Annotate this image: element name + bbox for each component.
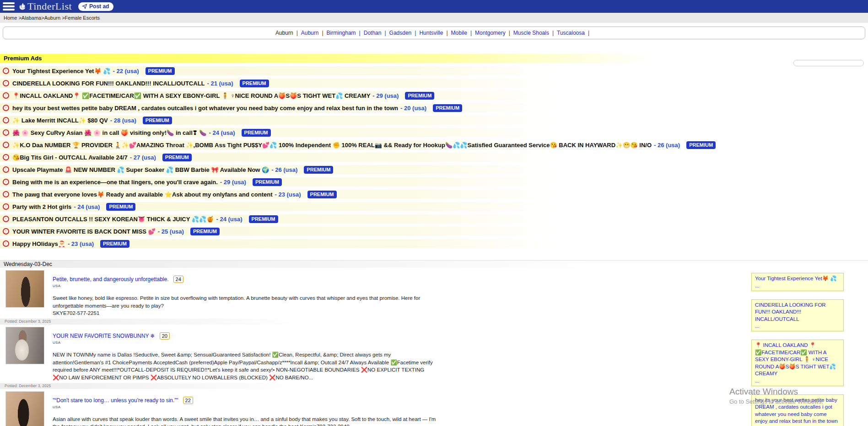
premium-ad-row[interactable]: ↑ 🌺 🌸 Sexy CuRvy Asian 🌺 🌸 in call 🍑 vis… <box>0 128 868 137</box>
premium-ad-title[interactable]: Party with 2 Hot girls <box>12 203 71 210</box>
premium-ad-title[interactable]: 🌺 🌸 Sexy CuRvy Asian 🌺 🌸 in call 🍑 visit… <box>12 129 207 136</box>
age-badge: 20 <box>160 332 170 340</box>
sidebar-ad-title[interactable]: 📍 INCALL OAKLAND 📍 ✅FACETIME/CAR✅ WITH A… <box>755 342 840 378</box>
premium-ad-row[interactable]: ↑ The pawg that everyone loves🦊 Ready an… <box>0 190 868 199</box>
premium-ad-row[interactable]: ↑ 📍INCALL OAKLAND📍 ✅FACETIME/CAR✅ WITH A… <box>0 91 868 100</box>
premium-ad-row[interactable]: ↑ Being with me is an experience—one tha… <box>0 177 868 186</box>
premium-ad-row[interactable]: ↑ Party with 2 Hot girls - 24 (usa) PREM… <box>0 202 868 211</box>
city-separator: | <box>297 30 298 36</box>
city-separator: | <box>415 30 416 36</box>
listing-content: Petite, brunette, and dangerously unforg… <box>53 270 439 317</box>
sidebar-ad-title[interactable]: CINDERELLA LOOKING FOR FUN!!! OAKLAND!!!… <box>755 302 840 323</box>
sidebar-ad-box[interactable]: CINDERELLA LOOKING FOR FUN!!! OAKLAND!!!… <box>751 299 844 332</box>
city-nav-link[interactable]: Mobile <box>451 30 467 36</box>
breadcrumb[interactable]: Home >Alabama>Auburn >Female Escorts <box>0 13 868 23</box>
listing-description: Asian allure with curves that speak loud… <box>53 415 439 426</box>
breadcrumb-text[interactable]: Home >Alabama>Auburn >Female Escorts <box>4 15 100 21</box>
premium-ad-row[interactable]: ↑ Happy HOlidays🎅 - 23 (usa) PREMIUM <box>0 239 868 248</box>
premium-badge: PREMIUM <box>433 104 462 112</box>
premium-ad-row[interactable]: ↑ 😘Big Tits Girl - OUTCALL Available 24/… <box>0 153 868 162</box>
listing-title-link[interactable]: Petite, brunette, and dangerously unforg… <box>53 276 169 282</box>
city-nav-box: Auburn | Auburn | Birmingham | Dothan | … <box>3 27 865 39</box>
bump-arrow-icon: ↑ <box>3 228 9 234</box>
premium-ad-age: - 21 (usa) <box>207 80 233 87</box>
premium-ad-row[interactable]: ↑ ✨ Lake Merritt INCALL✨ $80 QV - 28 (us… <box>0 116 868 125</box>
listing-location: USA <box>53 284 439 288</box>
premium-ad-title[interactable]: Happy HOlidays🎅 <box>12 240 65 247</box>
premium-ad-age: - 24 (usa) <box>74 203 100 210</box>
premium-ad-title[interactable]: Being with me is an experience—one that … <box>12 179 218 186</box>
premium-ad-title[interactable]: YOUR WINTER FAVORITE IS BACK DONT MISS 💕 <box>12 228 156 235</box>
premium-ads-section: Premium Ads ↑ Your Tightest Experience Y… <box>0 54 868 248</box>
listing-title-link[interactable]: YOUR NEW FAVORITE SNOWBUNNY ❄ <box>53 333 155 339</box>
premium-ad-title[interactable]: Your Tightest Experience Yet🦊 💦 <box>12 68 111 75</box>
premium-ad-title[interactable]: ✨ Lake Merritt INCALL✨ $80 QV <box>12 117 108 124</box>
premium-badge: PREMIUM <box>253 178 282 186</box>
premium-ad-row[interactable]: ↑ PLEASANTON OUTCALLS !! SEXY KOREAN👅 TH… <box>0 214 868 224</box>
listing-thumbnail[interactable] <box>5 391 44 426</box>
site-logo[interactable]: TinderList <box>18 1 72 12</box>
sidebar-ad-box[interactable]: Your Tightest Experience Yet🦊 💦 ... <box>751 273 844 291</box>
sidebar-ad-title[interactable]: hey its your best wettes petite baby DRE… <box>755 397 840 425</box>
premium-ad-title[interactable]: PLEASANTON OUTCALLS !! SEXY KOREAN👅 THIC… <box>12 216 214 223</box>
age-badge: 24 <box>173 276 183 283</box>
sidebar-ad-title[interactable]: Your Tightest Experience Yet🦊 💦 <box>755 275 840 282</box>
city-current: Auburn <box>275 30 293 36</box>
premium-badge: PREMIUM <box>162 154 192 161</box>
premium-ad-age: - 29 (usa) <box>220 179 246 186</box>
listing-title-row: Petite, brunette, and dangerously unforg… <box>53 276 439 283</box>
premium-ad-title[interactable]: 😘Big Tits Girl - OUTCALL Available 24/7 <box>12 154 128 161</box>
bump-arrow-icon: ↑ <box>3 154 9 160</box>
city-separator: | <box>359 30 361 36</box>
premium-ad-title[interactable]: Upscale Playmate 🚨 NEW NUMBER 💦 Super So… <box>12 166 269 173</box>
listing-description: Sweet like honey, bold like espresso. Pe… <box>53 294 439 309</box>
listing-thumbnail[interactable] <box>5 270 44 308</box>
premium-badge: PREMIUM <box>100 240 129 248</box>
listing-item: Petite, brunette, and dangerously unforg… <box>0 268 503 325</box>
premium-badge: PREMIUM <box>106 203 135 211</box>
premium-ad-title[interactable]: 📍INCALL OAKLAND📍 ✅FACETIME/CAR✅ WITH A S… <box>12 92 370 99</box>
premium-ad-row[interactable]: ↑ Upscale Playmate 🚨 NEW NUMBER 💦 Super … <box>0 165 868 174</box>
city-nav-link[interactable]: Gadsden <box>389 30 412 36</box>
premium-ad-row[interactable]: ↑ CINDERELLA LOOKING FOR FUN!!! OAKLAND!… <box>0 79 868 88</box>
premium-ad-age: - 28 (usa) <box>110 117 136 124</box>
sidebar-ad-box[interactable]: hey its your best wettes petite baby DRE… <box>751 394 844 426</box>
premium-ad-title[interactable]: hey its your best wettes petite baby DRE… <box>12 105 398 112</box>
post-ad-button[interactable]: Post ad <box>78 2 113 11</box>
premium-ad-title[interactable]: ✨K.O Daa NUMBER 🏆 PROVIDER 🧎✨💕AMAZING Th… <box>12 142 652 149</box>
premium-ad-row[interactable]: ↑ ✨K.O Daa NUMBER 🏆 PROVIDER 🧎✨💕AMAZING … <box>0 140 868 149</box>
hamburger-menu-icon[interactable] <box>3 2 15 11</box>
sidebar-ad-ellipsis: ... <box>755 283 840 288</box>
top-header: TinderList Post ad <box>0 0 868 13</box>
premium-ad-row[interactable]: ↑ hey its your best wettes petite baby D… <box>0 103 868 112</box>
listing-feed: Petite, brunette, and dangerously unforg… <box>0 268 503 426</box>
premium-ad-age: - 24 (usa) <box>209 129 235 136</box>
listing-location: USA <box>53 405 439 409</box>
sidebar-ad-box[interactable]: 📍 INCALL OAKLAND 📍 ✅FACETIME/CAR✅ WITH A… <box>751 340 844 386</box>
bump-arrow-icon: ↑ <box>3 68 9 74</box>
city-nav-link[interactable]: Huntsville <box>419 30 443 36</box>
listing-title-link[interactable]: "“Don't stare too long… unless you're re… <box>53 397 178 404</box>
premium-ad-age: - 26 (usa) <box>654 142 680 149</box>
city-nav-link[interactable]: Birmingham <box>327 30 356 36</box>
city-nav-link[interactable]: Montgomery <box>475 30 506 36</box>
bump-arrow-icon: ↑ <box>3 203 9 210</box>
posted-date: Posted: December 3, 2025 <box>0 319 503 325</box>
listing-thumbnail[interactable] <box>5 327 44 364</box>
city-nav-link[interactable]: Dothan <box>364 30 382 36</box>
city-nav-link[interactable]: Tuscaloosa <box>557 30 585 36</box>
listing-phone-line: SKYE702-577-2251 <box>53 309 439 317</box>
city-nav-link[interactable]: Muscle Shoals <box>513 30 549 36</box>
city-separator: | <box>470 30 472 36</box>
premium-ad-row[interactable]: ↑ Your Tightest Experience Yet🦊 💦 - 22 (… <box>0 66 868 75</box>
premium-ad-title[interactable]: CINDERELLA LOOKING FOR FUN!!! OAKLAND!!!… <box>12 80 205 87</box>
city-nav-link[interactable]: Auburn <box>301 30 319 36</box>
listing-title-row: YOUR NEW FAVORITE SNOWBUNNY ❄ 20 <box>53 332 439 340</box>
premium-ad-title[interactable]: The pawg that everyone loves🦊 Ready and … <box>12 191 272 198</box>
bump-arrow-icon: ↑ <box>3 80 9 86</box>
listing-title-row: "“Don't stare too long… unless you're re… <box>53 397 439 404</box>
premium-badge: PREMIUM <box>307 191 337 198</box>
listing-content: YOUR NEW FAVORITE SNOWBUNNY ❄ 20 USA NEW… <box>53 327 439 382</box>
listing-body: Petite, brunette, and dangerously unforg… <box>0 268 503 317</box>
premium-ad-row[interactable]: ↑ YOUR WINTER FAVORITE IS BACK DONT MISS… <box>0 227 868 236</box>
